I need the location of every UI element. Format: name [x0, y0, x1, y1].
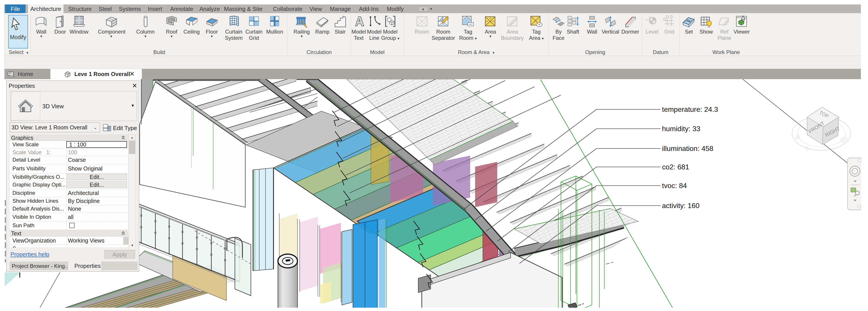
svg-text:tvoc: 84: tvoc: 84	[662, 181, 687, 190]
svg-text:humidity: 33: humidity: 33	[662, 125, 701, 133]
svg-text:activity: 160: activity: 160	[662, 202, 700, 209]
svg-text:illumination: 458: illumination: 458	[662, 144, 713, 152]
svg-text:temperature: 24.3: temperature: 24.3	[662, 105, 718, 113]
svg-text:co2: 681: co2: 681	[662, 163, 689, 171]
